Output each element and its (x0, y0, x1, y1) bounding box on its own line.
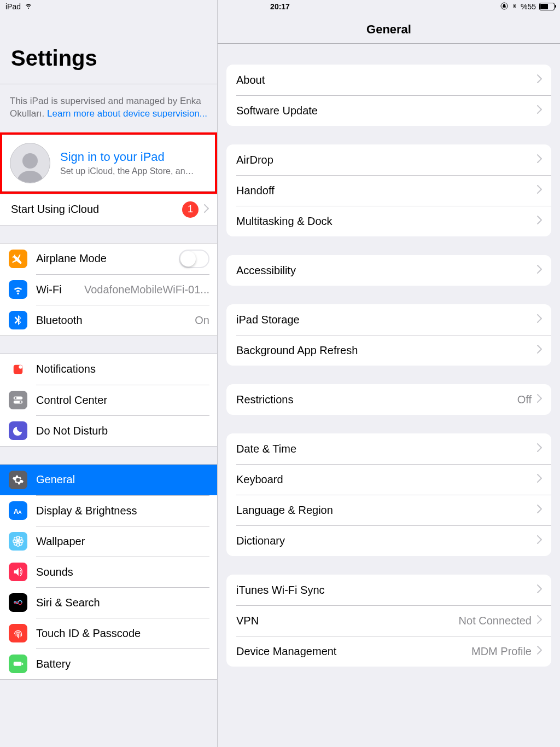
airplane-switch[interactable] (179, 250, 209, 268)
airdrop-row[interactable]: AirDrop (226, 144, 551, 175)
chevron-right-icon (537, 314, 542, 325)
accessibility-row[interactable]: Accessibility (226, 255, 551, 286)
wifi-icon (9, 280, 27, 299)
device-management-row[interactable]: Device ManagementMDM Profile (226, 636, 551, 667)
restrictions-row[interactable]: RestrictionsOff (226, 384, 551, 415)
chevron-right-icon (537, 105, 542, 116)
wallpaper-row[interactable]: Wallpaper (0, 526, 217, 557)
chevron-right-icon (537, 474, 542, 485)
display-row[interactable]: Display & Brightness (0, 495, 217, 526)
battery-label: Battery (36, 658, 71, 670)
airdrop-label: AirDrop (236, 154, 273, 166)
sounds-row[interactable]: Sounds (0, 557, 217, 587)
airplane-label: Airplane Mode (36, 252, 107, 265)
multitasking-label: Multitasking & Dock (236, 215, 332, 228)
keyboard-label: Keyboard (236, 473, 283, 486)
dnd-row[interactable]: Do Not Disturb (0, 415, 217, 446)
moon-icon (9, 421, 27, 440)
battery-text: %55 (521, 2, 536, 11)
general-label: General (36, 473, 75, 486)
avatar-icon (10, 143, 50, 183)
vpn-row[interactable]: VPNNot Connected (226, 605, 551, 636)
language-region-label: Language & Region (236, 504, 333, 517)
chevron-right-icon (537, 345, 542, 356)
wallpaper-icon (9, 532, 27, 551)
chevron-right-icon (204, 204, 209, 215)
multitasking-row[interactable]: Multitasking & Dock (226, 206, 551, 236)
annotation-highlight: Sign in to your iPad Set up iCloud, the … (0, 132, 217, 194)
itunes-wifi-sync-label: iTunes Wi-Fi Sync (236, 584, 325, 597)
touchid-label: Touch ID & Passcode (36, 627, 141, 640)
background-refresh-label: Background App Refresh (236, 344, 358, 357)
touchid-row[interactable]: Touch ID & Passcode (0, 618, 217, 648)
chevron-right-icon (537, 394, 542, 405)
notifications-label: Notifications (36, 363, 96, 375)
wifi-row[interactable]: Wi-Fi VodafoneMobileWiFi-01... (0, 274, 217, 305)
chevron-right-icon (537, 584, 542, 595)
device-management-label: Device Management (236, 645, 336, 658)
siri-label: Siri & Search (36, 597, 100, 609)
detail-title: General (366, 22, 411, 37)
control-center-row[interactable]: Control Center (0, 385, 217, 415)
siri-icon (9, 593, 27, 612)
accessibility-label: Accessibility (236, 264, 296, 277)
wifi-value: VodafoneMobileWiFi-01... (79, 283, 209, 296)
display-icon (9, 501, 27, 520)
background-refresh-row[interactable]: Background App Refresh (226, 335, 551, 366)
date-time-row[interactable]: Date & Time (226, 433, 551, 464)
control-center-label: Control Center (36, 394, 107, 407)
signin-row[interactable]: Sign in to your iPad Set up iCloud, the … (2, 135, 215, 192)
airplane-mode-row[interactable]: Airplane Mode (0, 244, 217, 274)
battery-row[interactable]: Battery (0, 648, 217, 679)
chevron-right-icon (537, 615, 542, 626)
general-row[interactable]: General (0, 465, 217, 495)
chevron-right-icon (537, 646, 542, 657)
notifications-row[interactable]: Notifications (0, 354, 217, 385)
bluetooth-value: On (189, 314, 209, 327)
vpn-label: VPN (236, 615, 259, 627)
about-row[interactable]: About (226, 65, 551, 95)
software-update-row[interactable]: Software Update (226, 95, 551, 126)
display-label: Display & Brightness (36, 505, 137, 517)
bluetooth-row[interactable]: Bluetooth On (0, 305, 217, 335)
ipad-storage-row[interactable]: iPad Storage (226, 304, 551, 335)
chevron-right-icon (537, 535, 542, 546)
vpn-value: Not Connected (459, 615, 532, 627)
chevron-right-icon (537, 74, 542, 85)
status-time: 20:17 (270, 2, 290, 11)
supervision-link[interactable]: Learn more about device supervision... (47, 108, 207, 119)
ipad-storage-label: iPad Storage (236, 314, 300, 326)
bluetooth-icon (9, 311, 27, 329)
start-icloud-row[interactable]: Start Using iCloud 1 (0, 194, 217, 225)
notifications-icon (9, 360, 27, 379)
itunes-wifi-sync-row[interactable]: iTunes Wi-Fi Sync (226, 575, 551, 605)
control-center-icon (9, 391, 27, 409)
about-label: About (236, 74, 265, 86)
chevron-right-icon (537, 185, 542, 196)
handoff-label: Handoff (236, 184, 275, 197)
battery-icon (539, 3, 555, 10)
device-management-value: MDM Profile (471, 645, 532, 658)
language-region-row[interactable]: Language & Region (226, 495, 551, 525)
wallpaper-label: Wallpaper (36, 535, 85, 548)
supervision-notice: This iPad is supervised and managed by E… (0, 84, 217, 132)
chevron-right-icon (537, 265, 542, 276)
status-bar: iPad 20:17 %55 (0, 0, 560, 13)
bluetooth-label: Bluetooth (36, 314, 83, 327)
siri-row[interactable]: Siri & Search (0, 587, 217, 618)
sounds-icon (9, 563, 27, 581)
badge-count: 1 (182, 201, 199, 218)
restrictions-value: Off (517, 393, 532, 406)
detail-pane: General About Software Update AirDrop Ha… (218, 0, 560, 747)
orientation-lock-icon (500, 2, 509, 12)
chevron-right-icon (537, 505, 542, 516)
sounds-label: Sounds (36, 566, 73, 578)
chevron-right-icon (537, 154, 542, 165)
handoff-row[interactable]: Handoff (226, 175, 551, 206)
airplane-icon (9, 250, 27, 268)
device-label: iPad (5, 2, 21, 11)
wifi-icon (24, 2, 33, 11)
keyboard-row[interactable]: Keyboard (226, 464, 551, 495)
bluetooth-icon (512, 2, 517, 12)
dictionary-row[interactable]: Dictionary (226, 525, 551, 556)
